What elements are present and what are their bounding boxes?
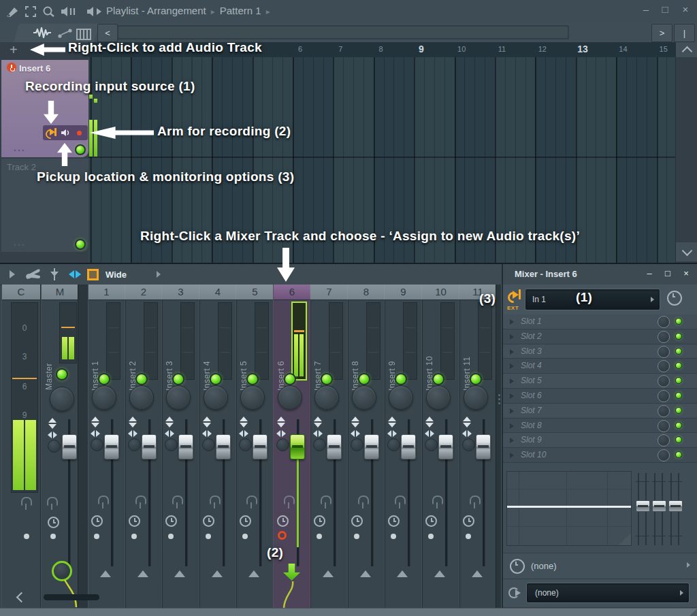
pan-arrows-icon[interactable] <box>425 430 429 437</box>
track-enable-led[interactable] <box>470 373 482 385</box>
strip-number[interactable]: 6 <box>274 285 310 300</box>
add-track-plus[interactable]: + <box>10 42 18 58</box>
strip-number[interactable]: 2 <box>125 285 162 300</box>
snap-button[interactable]: | <box>674 24 695 42</box>
mixer-panel-resizer[interactable] <box>496 285 502 608</box>
record-time-value[interactable]: (none) <box>531 561 557 571</box>
pattern-clip-icon[interactable] <box>76 29 91 40</box>
stereo-knob[interactable] <box>462 438 475 451</box>
slot-menu-icon[interactable] <box>510 408 514 414</box>
minimize-button[interactable]: – <box>638 3 653 15</box>
slot-enable-led[interactable] <box>675 318 682 325</box>
monitor-speaker-icon[interactable] <box>61 128 71 137</box>
slot-mix-knob[interactable] <box>658 346 670 358</box>
record-arm-dot[interactable] <box>94 534 99 539</box>
mixer-strip-10[interactable]: 10Insert 10 <box>421 285 460 608</box>
latency-clock-icon[interactable] <box>165 515 177 527</box>
scroll-back-button[interactable]: < <box>97 24 118 42</box>
dock-arrow-icon[interactable] <box>137 570 148 577</box>
record-arm-dot[interactable] <box>24 534 29 539</box>
stereo-knob[interactable] <box>48 440 61 453</box>
slot-mix-knob[interactable] <box>658 420 670 432</box>
stereo-knob[interactable] <box>276 438 289 451</box>
disk-output-icon[interactable] <box>508 587 522 599</box>
effect-slot-4[interactable]: Slot 4 <box>503 359 697 374</box>
slot-menu-icon[interactable] <box>510 378 514 384</box>
mixer-strip-8[interactable]: 8Insert 8 <box>347 285 385 608</box>
strip-number[interactable]: 10 <box>422 285 459 300</box>
record-arm-dot[interactable] <box>206 534 211 539</box>
volume-fader[interactable] <box>290 434 305 459</box>
slot-mix-knob[interactable] <box>658 375 670 387</box>
record-arm-dot[interactable] <box>466 534 471 539</box>
playlist-track-header-insert6[interactable]: Insert 6 ... <box>1 60 88 157</box>
clock-icon[interactable] <box>510 559 525 574</box>
layout-swatch-icon[interactable] <box>87 269 99 280</box>
stereo-knob[interactable] <box>202 438 215 451</box>
slot-mix-knob[interactable] <box>658 390 670 402</box>
strip-number[interactable]: 7 <box>310 285 348 300</box>
pan-arrows-icon[interactable] <box>468 430 472 437</box>
latency-clock-icon[interactable] <box>277 515 289 527</box>
stereo-sep-icon[interactable] <box>425 423 434 427</box>
stereo-knob[interactable] <box>425 438 438 451</box>
volume-fader[interactable] <box>178 434 193 459</box>
stereo-sep-icon[interactable] <box>277 417 285 421</box>
scroll-up-button[interactable] <box>676 42 697 57</box>
latency-clock-icon[interactable] <box>91 515 103 527</box>
record-arm-dot[interactable] <box>428 534 434 539</box>
strip-number[interactable]: 3 <box>162 285 199 300</box>
playlist-hscrollbar[interactable] <box>117 25 569 39</box>
volume-fader[interactable] <box>253 434 268 459</box>
slot-menu-icon[interactable] <box>510 363 514 369</box>
mixer-strip-M[interactable]: MMaster <box>41 285 79 608</box>
track-name[interactable]: Insert 6 <box>19 63 50 74</box>
stereo-sep-icon[interactable] <box>463 423 471 427</box>
plugin-link-icon[interactable] <box>358 496 369 504</box>
pan-arrows-icon[interactable] <box>462 430 466 437</box>
latency-clock-icon[interactable] <box>240 515 251 527</box>
zoom-tool-icon[interactable] <box>42 5 56 18</box>
plugin-link-icon[interactable] <box>470 496 481 504</box>
input-record-timer-icon[interactable] <box>667 291 682 306</box>
draw-tool-icon[interactable] <box>5 5 19 18</box>
plugin-link-icon[interactable] <box>395 496 406 504</box>
latency-clock-icon[interactable] <box>314 515 325 527</box>
scroll-forward-button[interactable]: > <box>651 24 672 42</box>
effect-slot-6[interactable]: Slot 6 <box>503 389 697 404</box>
mixer-strip-9[interactable]: 9Insert 9 <box>384 285 423 608</box>
effect-slot-2[interactable]: Slot 2 <box>503 329 697 344</box>
track-enable-led[interactable] <box>135 373 148 385</box>
pan-arrows-icon[interactable] <box>202 430 206 437</box>
latency-clock-icon[interactable] <box>203 515 214 527</box>
stereo-knob[interactable] <box>91 438 103 451</box>
volume-fader[interactable] <box>62 434 77 459</box>
stereo-sep-icon[interactable] <box>388 423 396 427</box>
volume-fader[interactable] <box>476 434 491 459</box>
pan-arrows-icon[interactable] <box>393 430 397 437</box>
plugin-link-icon[interactable] <box>98 496 109 504</box>
pan-arrows-icon[interactable] <box>351 430 355 437</box>
stereo-sep-icon[interactable] <box>129 417 137 421</box>
playlist-vscrollbar[interactable] <box>675 42 697 264</box>
mixer-layout-label[interactable]: Wide <box>106 270 127 280</box>
track-enable-led[interactable] <box>321 373 333 385</box>
plugin-link-icon[interactable] <box>321 496 331 504</box>
pan-arrows-icon[interactable] <box>239 430 243 437</box>
effect-slot-3[interactable]: Slot 3 <box>503 344 697 359</box>
pan-knob[interactable] <box>50 387 74 411</box>
stereo-knob[interactable] <box>351 438 363 451</box>
preview-icon[interactable] <box>86 5 102 18</box>
slot-mix-knob[interactable] <box>658 449 670 461</box>
mixer-strip-1[interactable]: 1Insert 1 <box>87 285 126 608</box>
track-enable-led[interactable] <box>210 373 222 385</box>
slot-enable-led[interactable] <box>675 348 682 355</box>
slot-menu-icon[interactable] <box>510 438 514 443</box>
strip-number[interactable]: M <box>42 285 78 300</box>
stereo-sep-icon[interactable] <box>203 417 211 421</box>
latency-clock-icon[interactable] <box>463 515 474 527</box>
dock-arrow-icon[interactable] <box>434 570 445 577</box>
effect-slot-1[interactable]: Slot 1 <box>503 314 697 329</box>
slot-menu-icon[interactable] <box>510 453 514 458</box>
stereo-sep-icon[interactable] <box>165 423 174 427</box>
